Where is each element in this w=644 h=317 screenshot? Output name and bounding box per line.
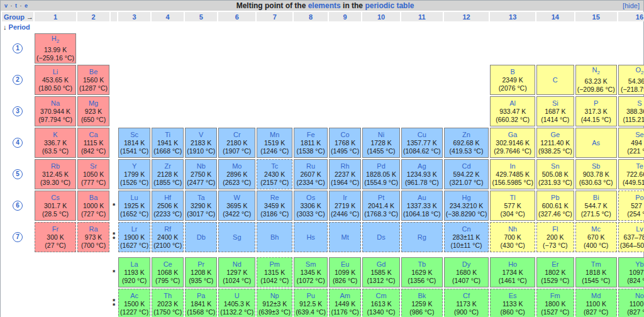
element-symbol-Ge[interactable]: Ge — [538, 131, 572, 139]
element-symbol-U[interactable]: U — [220, 292, 253, 300]
element-symbol-Os[interactable]: Os — [296, 194, 326, 202]
element-symbol-Lr[interactable]: Lr — [120, 225, 148, 233]
element-symbol-Cm[interactable]: Cm — [364, 292, 398, 300]
element-symbol-Hs[interactable]: Hs — [296, 233, 326, 242]
element-symbol-Fm[interactable]: Fm — [538, 292, 572, 300]
element-symbol-Zr[interactable]: Zr — [153, 162, 182, 170]
element-symbol-Lu[interactable]: Lu — [120, 194, 148, 202]
element-symbol-Bk[interactable]: Bk — [403, 292, 441, 300]
element-symbol-Sc[interactable]: Sc — [120, 131, 148, 139]
period-label-1[interactable]: 1 — [13, 43, 23, 53]
element-symbol-Pt[interactable]: Pt — [364, 194, 398, 202]
element-symbol-Es[interactable]: Es — [492, 292, 533, 300]
element-symbol-Y[interactable]: Y — [120, 162, 148, 170]
group-link[interactable]: Group — [4, 13, 25, 21]
element-symbol-Ag[interactable]: Ag — [403, 162, 441, 170]
element-symbol-Er[interactable]: Er — [538, 260, 572, 269]
element-symbol-Li[interactable]: Li — [36, 68, 74, 76]
element-symbol-Np[interactable]: Np — [258, 292, 291, 300]
element-symbol-Te[interactable]: Te — [620, 162, 644, 170]
group-header-9[interactable]: 9 — [329, 12, 361, 21]
group-header-16[interactable]: 16 — [618, 12, 644, 21]
element-symbol-Nb[interactable]: Nb — [187, 162, 215, 170]
element-symbol-Mc[interactable]: Mc — [577, 225, 615, 233]
element-symbol-S[interactable]: S — [620, 99, 644, 108]
element-symbol-Ir[interactable]: Ir — [331, 194, 359, 202]
element-symbol-Ba[interactable]: Ba — [79, 194, 108, 202]
group-header-10[interactable]: 10 — [362, 12, 400, 21]
element-symbol-Eu[interactable]: Eu — [331, 260, 359, 269]
element-symbol-Fe[interactable]: Fe — [296, 131, 326, 139]
period-label-4[interactable]: 4 — [13, 138, 23, 148]
element-symbol-Mo[interactable]: Mo — [220, 162, 253, 170]
element-symbol-Pm[interactable]: Pm — [258, 260, 291, 269]
element-symbol-Ds[interactable]: Ds — [364, 233, 398, 242]
element-symbol-Mg[interactable]: Mg — [79, 99, 108, 108]
element-symbol-Bh[interactable]: Bh — [258, 233, 291, 242]
element-symbol-Mn[interactable]: Mn — [258, 131, 291, 139]
group-header-3[interactable]: 3 — [118, 12, 150, 21]
element-symbol-As[interactable]: As — [577, 139, 615, 147]
element-symbol-Yb[interactable]: Yb — [620, 260, 644, 269]
group-header-1[interactable]: 1 — [35, 12, 76, 21]
element-symbol-Zn[interactable]: Zn — [446, 131, 487, 139]
element-symbol-P[interactable]: P — [577, 99, 615, 108]
element-symbol-No[interactable]: No — [620, 292, 644, 300]
element-symbol-O[interactable]: O2 — [620, 66, 644, 77]
element-symbol-Ca[interactable]: Ca — [79, 131, 108, 139]
element-symbol-Rf[interactable]: Rf — [153, 225, 182, 233]
element-symbol-Co[interactable]: Co — [331, 131, 359, 139]
group-header-15[interactable]: 15 — [575, 12, 617, 21]
element-symbol-Ta[interactable]: Ta — [187, 194, 215, 202]
element-symbol-Fl[interactable]: Fl — [538, 225, 572, 233]
element-symbol-W[interactable]: W — [220, 194, 253, 202]
element-symbol-Md[interactable]: Md — [577, 292, 615, 300]
element-symbol-Ho[interactable]: Ho — [492, 260, 533, 269]
element-symbol-Pu[interactable]: Pu — [296, 292, 326, 300]
element-symbol-K[interactable]: K — [36, 131, 74, 139]
group-header-13[interactable]: 13 — [490, 12, 535, 21]
element-symbol-Ti[interactable]: Ti — [153, 131, 182, 139]
element-symbol-Pa[interactable]: Pa — [187, 292, 215, 300]
element-symbol-Po[interactable]: Po — [620, 194, 644, 202]
element-symbol-Sg[interactable]: Sg — [220, 233, 253, 242]
element-symbol-Gd[interactable]: Gd — [364, 260, 398, 269]
element-symbol-Pb[interactable]: Pb — [538, 194, 572, 202]
element-symbol-Pr[interactable]: Pr — [187, 260, 215, 269]
element-symbol-Tb[interactable]: Tb — [403, 260, 441, 269]
element-symbol-Hg[interactable]: Hg — [446, 194, 487, 202]
element-symbol-La[interactable]: La — [120, 260, 148, 269]
element-symbol-Ra[interactable]: Ra — [79, 225, 108, 233]
element-symbol-Sr[interactable]: Sr — [79, 162, 108, 170]
element-symbol-Ce[interactable]: Ce — [153, 260, 182, 269]
group-header-2[interactable]: 2 — [77, 12, 109, 21]
element-symbol-Ac[interactable]: Ac — [120, 292, 148, 300]
element-symbol-Be[interactable]: Be — [79, 68, 108, 76]
element-symbol-N[interactable]: N2 — [577, 66, 615, 77]
element-symbol-Cr[interactable]: Cr — [220, 131, 253, 139]
element-symbol-Na[interactable]: Na — [36, 99, 74, 108]
vte-view-link[interactable]: v — [4, 3, 8, 9]
element-symbol-V[interactable]: V — [187, 131, 215, 139]
group-header-4[interactable]: 4 — [152, 12, 184, 21]
element-symbol-Mt[interactable]: Mt — [331, 233, 359, 242]
element-symbol-Db[interactable]: Db — [187, 233, 215, 242]
element-symbol-Ru[interactable]: Ru — [296, 162, 326, 170]
element-symbol-In[interactable]: In — [492, 162, 533, 170]
element-symbol-Ga[interactable]: Ga — [492, 131, 533, 139]
period-label-2[interactable]: 2 — [13, 75, 23, 85]
element-symbol-Se[interactable]: Se — [620, 131, 644, 139]
group-header-6[interactable]: 6 — [218, 12, 255, 21]
group-header-7[interactable]: 7 — [257, 12, 292, 21]
element-symbol-Cn[interactable]: Cn — [446, 225, 487, 233]
periodic-table-link[interactable]: periodic table — [365, 1, 414, 10]
element-symbol-Re[interactable]: Re — [258, 194, 291, 202]
element-symbol-B[interactable]: B — [492, 68, 533, 76]
elements-link[interactable]: elements — [308, 1, 341, 10]
period-link[interactable]: Period — [9, 23, 30, 31]
period-label-5[interactable]: 5 — [13, 169, 23, 179]
group-header-5[interactable]: 5 — [185, 12, 217, 21]
element-symbol-Al[interactable]: Al — [492, 99, 533, 108]
group-header-11[interactable]: 11 — [401, 12, 443, 21]
period-label-3[interactable]: 3 — [13, 106, 23, 116]
